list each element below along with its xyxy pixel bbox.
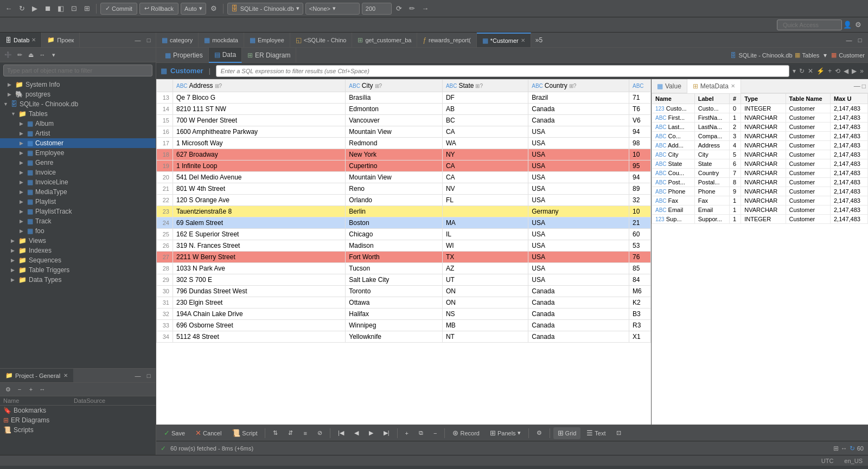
metadata-row[interactable]: ABC Post... Postal... 8 NVARCHAR Custome…	[652, 178, 868, 187]
settings-icon[interactable]: ⚙	[208, 3, 219, 14]
forward-icon[interactable]: →	[420, 3, 431, 14]
sub-tab-properties[interactable]: ▦ Properties	[159, 48, 209, 63]
sub-tab-er[interactable]: ⊞ ER Diagram	[242, 48, 296, 63]
table-row[interactable]: 29 302 S 700 E Salt Lake City UT USA 84	[157, 274, 651, 286]
tree-item-playlist[interactable]: ▶ ▦ Playlist	[0, 197, 156, 207]
tree-item-invoiceline[interactable]: ▶ ▦ InvoiceLine	[0, 177, 156, 187]
project-settings-btn[interactable]: ⚙	[3, 384, 13, 394]
panels-button[interactable]: ⊞ Panels ▾	[486, 427, 525, 439]
table-row[interactable]: 14 8210 111 ST NW Edmonton AB Canada T6	[157, 104, 651, 115]
project-row-bookmarks[interactable]: 🔖 Bookmarks	[0, 406, 156, 415]
filter-add-icon[interactable]: +	[828, 67, 832, 75]
metadata-row[interactable]: ABC First... FirstNa... 1 NVARCHAR Custo…	[652, 113, 868, 123]
table-row[interactable]: 24 69 Salem Street Boston MA USA 21	[157, 217, 651, 229]
tree-item-datatypes[interactable]: ▶ 📁 Data Types	[0, 275, 156, 285]
editor-tab-sqlite[interactable]: ◱ <SQLite - Chino	[290, 33, 353, 47]
sub-chevron-icon[interactable]: ▾	[821, 50, 829, 60]
tree-item-views[interactable]: ▶ 📁 Views	[0, 236, 156, 246]
right-tab-metadata-close[interactable]: ✕	[731, 83, 735, 89]
tree-item-indexes[interactable]: ▶ 📁 Indexes	[0, 246, 156, 255]
filter-refresh-icon[interactable]: ↻	[799, 67, 805, 75]
tab-overflow-btn[interactable]: »5	[531, 33, 547, 47]
script-button[interactable]: 📜 Script	[227, 427, 261, 439]
grid-button[interactable]: ⊞ Grid	[553, 427, 581, 439]
tree-item-sequences[interactable]: ▶ 📁 Sequences	[0, 255, 156, 265]
table-row[interactable]: 27 2211 W Berry Street Fort Worth TX USA…	[157, 252, 651, 263]
table-row[interactable]: 28 1033 N Park Ave Tucson AZ USA 85	[157, 263, 651, 274]
tree-item-mediatype[interactable]: ▶ ▦ MediaType	[0, 187, 156, 197]
delete-row-btn[interactable]: −	[429, 427, 441, 439]
tree-item-tables[interactable]: ▼ 📁 Tables	[0, 109, 156, 119]
project-minimize-btn[interactable]: —	[133, 371, 143, 381]
table-row[interactable]: 17 1 Microsoft Way Redmond WA USA 98	[157, 138, 651, 149]
nav-prev-btn[interactable]: ◀	[350, 427, 363, 439]
auto-dropdown[interactable]: Auto ▾	[181, 3, 206, 15]
filter-expression-input[interactable]	[216, 65, 789, 77]
text-button[interactable]: ☰ Text	[582, 427, 610, 439]
project-nav-btn[interactable]: ↔	[37, 384, 47, 394]
project-minus-btn[interactable]: −	[15, 384, 24, 394]
rp-maximize-icon[interactable]: □	[862, 82, 866, 90]
edit-connection-btn[interactable]: ✏	[15, 50, 24, 60]
split2-icon[interactable]: ⊞	[81, 3, 92, 14]
col-header-state[interactable]: ABC State ⊞?	[442, 80, 528, 92]
editor-tab-mockdata[interactable]: ▦ mockdata	[199, 33, 244, 47]
table-row[interactable]: 34 5112 48 Street Yellowknife NT Canada …	[157, 331, 651, 343]
metadata-row[interactable]: ABC Cou... Country 7 NVARCHAR Customer 2…	[652, 169, 868, 178]
metadata-row[interactable]: ABC Co... Compa... 3 NVARCHAR Customer 2…	[652, 132, 868, 141]
sidebar-tab-project[interactable]: 📁 Проек	[42, 33, 80, 47]
filter-apply-icon[interactable]: ⚡	[816, 67, 825, 75]
nav-first-btn[interactable]: |◀	[334, 427, 348, 439]
schema-selector[interactable]: <None> ▾	[305, 3, 360, 15]
tree-item-sysinfo[interactable]: ▶ 📁 System Info	[0, 80, 156, 89]
sidebar-minimize-btn[interactable]: —	[133, 35, 143, 45]
tree-item-sqlite[interactable]: ▼ 🗄 SQLite - Chinook.db	[0, 99, 156, 109]
settings2-icon[interactable]: ⚙	[853, 20, 864, 30]
more-sidebar-btn[interactable]: ▾	[49, 50, 59, 60]
table-row[interactable]: 33 696 Osborne Street Winnipeg MB Canada…	[157, 320, 651, 331]
table-row[interactable]: 20 541 Del Medio Avenue Mountain View CA…	[157, 172, 651, 183]
table-row[interactable]: 30 796 Dundas Street West Toronto ON Can…	[157, 286, 651, 297]
cancel-button[interactable]: ✕ Cancel	[191, 427, 226, 439]
table-row[interactable]: 23 Tauentzienstraße 8 Berlin Germany 10	[157, 206, 651, 217]
table-row[interactable]: 16 1600 Amphitheatre Parkway Mountain Vi…	[157, 126, 651, 138]
right-tab-metadata[interactable]: ⊞ MetaData ✕	[687, 79, 741, 93]
tree-item-track[interactable]: ▶ ▦ Track	[0, 216, 156, 226]
metadata-row[interactable]: 123 Custo... Custo... 0 INTEGER Customer…	[652, 104, 868, 113]
settings-btn[interactable]: ⚙	[532, 427, 546, 439]
clear-sort-btn[interactable]: ⊘	[313, 427, 327, 439]
limit-icon[interactable]: ⟳	[394, 3, 405, 14]
copy-row-btn[interactable]: ⧉	[414, 427, 427, 439]
person-icon[interactable]: 👤	[842, 20, 853, 30]
tree-item-foo[interactable]: ▶ ▦ foo	[0, 226, 156, 236]
filter-nav-icons2[interactable]: »	[860, 67, 864, 75]
sort-asc-btn[interactable]: ⇅	[269, 427, 282, 439]
filter-nav-next-icon[interactable]: ▶	[852, 67, 857, 75]
tree-item-postgres[interactable]: ▶ 🐘 postgres	[0, 89, 156, 99]
right-tab-value[interactable]: ▦ Value	[652, 79, 687, 93]
data-table-area[interactable]: ABC Address ⊞? ABC City ⊞?	[156, 79, 651, 425]
metadata-row[interactable]: ABC City City 5 NVARCHAR Customer 2,147,…	[652, 150, 868, 159]
sidebar-filter-input[interactable]	[3, 65, 152, 76]
sort-custom-btn[interactable]: ≡	[299, 427, 311, 439]
project-close-icon[interactable]: ✕	[63, 372, 68, 378]
tree-item-genre[interactable]: ▶ ▦ Genre	[0, 158, 156, 168]
run-icon[interactable]: ▶	[29, 3, 40, 14]
nav-next-btn[interactable]: ▶	[365, 427, 378, 439]
save-button[interactable]: ✓ Save	[159, 427, 189, 439]
record-button[interactable]: ⊛ Record	[448, 427, 483, 439]
sidebar-maximize-btn[interactable]: □	[144, 35, 154, 45]
col-header-country[interactable]: ABC Country ⊞?	[528, 80, 629, 92]
refresh-icon[interactable]: ↻	[16, 3, 27, 14]
tree-item-employee[interactable]: ▶ ▦ Employee	[0, 148, 156, 158]
table-row[interactable]: 26 319 N. Frances Street Madison WI USA …	[157, 240, 651, 252]
view-mode-btn[interactable]: ⊡	[612, 427, 626, 439]
stop-icon[interactable]: ⏹	[42, 3, 53, 14]
table-row[interactable]: 32 194A Chain Lake Drive Halifax NS Cana…	[157, 309, 651, 320]
editor-tab-customer[interactable]: ▦ *Customer ✕	[477, 33, 531, 47]
tree-item-album[interactable]: ▶ ▦ Album	[0, 119, 156, 129]
table-row[interactable]: 31 230 Elgin Street Ottawa ON Canada K2	[157, 297, 651, 309]
sidebar-tab-database[interactable]: 🗄 Datab ✕	[0, 33, 42, 47]
sub-tab-data[interactable]: ▤ Data	[209, 48, 242, 63]
pencil-icon[interactable]: ✏	[407, 3, 418, 14]
